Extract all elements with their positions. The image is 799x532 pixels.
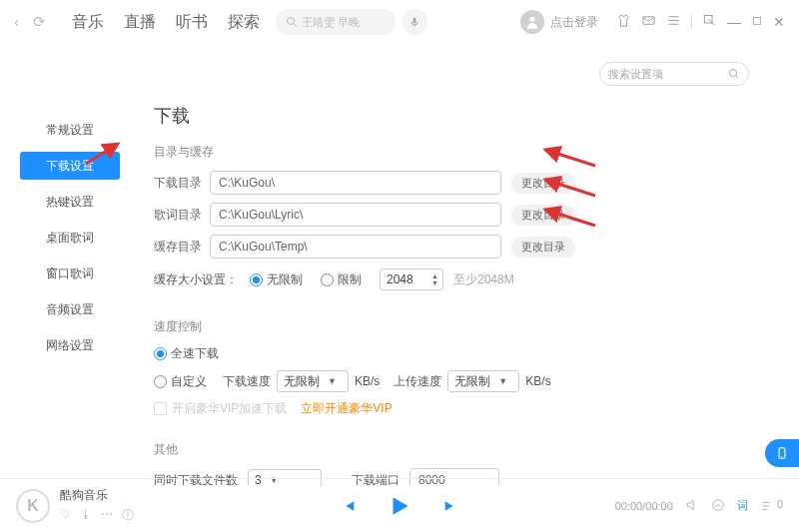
search-input[interactable]: 王靖雯 早晚 (276, 9, 396, 35)
speed-full-row: 全速下载 (154, 345, 779, 362)
track-info: 酷狗音乐 ♡ ⭳ ⋯ ⓘ (60, 487, 134, 524)
download-dir-row: 下载目录 C:\KuGou\ 更改目录 (154, 171, 779, 195)
effects-icon[interactable] (711, 498, 725, 514)
custom-speed-radio[interactable] (154, 375, 167, 388)
svg-point-3 (529, 17, 534, 22)
main-area: 常规设置 下载设置 热键设置 桌面歌词 窗口歌词 音频设置 网络设置 下载 目录… (0, 86, 799, 485)
window-controls: — ✕ (616, 13, 785, 31)
svg-point-0 (288, 18, 295, 25)
play-icon[interactable] (387, 493, 412, 519)
change-download-dir-button[interactable]: 更改目录 (511, 173, 575, 194)
change-lyric-dir-button[interactable]: 更改目录 (511, 205, 575, 226)
cache-unlimited-label: 无限制 (267, 271, 303, 288)
cache-size-row: 缓存大小设置： 无限制 限制 2048 ▲▼ 至少2048M (154, 268, 779, 290)
svg-rect-6 (754, 18, 761, 25)
refresh-icon[interactable]: ⟳ (33, 13, 46, 31)
dl-speed-select[interactable]: 无限制▼ (277, 370, 349, 392)
change-cache-dir-button[interactable]: 更改目录 (511, 237, 575, 258)
sidebar-item-download[interactable]: 下载设置 (20, 152, 120, 180)
player-controls (341, 493, 458, 519)
svg-point-14 (781, 456, 782, 457)
section-speed-title: 速度控制 (154, 318, 779, 335)
menu-icon[interactable] (666, 13, 681, 31)
dl-speed-value: 无限制 (284, 373, 320, 390)
phone-icon (775, 446, 789, 460)
volume-icon[interactable] (685, 498, 699, 514)
spinner-arrows-icon[interactable]: ▲▼ (431, 272, 438, 286)
avatar[interactable] (520, 10, 544, 34)
queue-count: 0 (777, 498, 783, 510)
cache-size-label: 缓存大小设置： (154, 271, 238, 288)
vip-text: 开启豪华VIP加速下载 (172, 400, 287, 417)
mic-icon (408, 16, 420, 28)
float-phone-button[interactable] (765, 439, 799, 467)
settings-content: 下载 目录与缓存 下载目录 C:\KuGou\ 更改目录 歌词目录 C:\KuG… (120, 86, 779, 485)
svg-line-8 (736, 76, 739, 79)
like-icon[interactable]: ♡ (60, 507, 71, 524)
topbar: ‹ ⟳ 音乐 直播 听书 探索 王靖雯 早晚 点击登录 — ✕ (0, 0, 799, 44)
more-icon[interactable]: ⋯ (101, 507, 113, 524)
login-link[interactable]: 点击登录 (550, 14, 598, 31)
settings-search-input[interactable]: 搜索设置项 (599, 62, 749, 86)
speed-custom-row: 自定义 下载速度 无限制▼ KB/s 上传速度 无限制▼ KB/s (154, 370, 779, 392)
next-icon[interactable] (442, 498, 458, 514)
tab-explore[interactable]: 探索 (228, 12, 260, 33)
player-bar: K 酷狗音乐 ♡ ⭳ ⋯ ⓘ 00:00/00:00 词 0 (0, 478, 799, 532)
divider (691, 15, 692, 29)
sidebar-item-window-lyrics[interactable]: 窗口歌词 (20, 260, 120, 287)
close-icon[interactable]: ✕ (773, 14, 785, 30)
cache-dir-label: 缓存目录 (154, 239, 210, 256)
lyric-dir-row: 歌词目录 C:\KuGou\Lyric\ 更改目录 (154, 203, 779, 227)
lyric-dir-label: 歌词目录 (154, 207, 210, 224)
album-art[interactable]: K (16, 489, 50, 523)
nav-arrows: ‹ ⟳ (14, 13, 46, 31)
sidebar-item-desktop-lyrics[interactable]: 桌面歌词 (20, 224, 120, 252)
chevron-down-icon: ▼ (498, 376, 507, 386)
cache-limited-radio[interactable] (321, 273, 334, 286)
vip-link[interactable]: 立即开通豪华VIP (301, 400, 392, 417)
sidebar-item-audio[interactable]: 音频设置 (20, 295, 120, 323)
vip-checkbox[interactable] (154, 402, 167, 415)
sidebar-item-general[interactable]: 常规设置 (20, 116, 120, 144)
back-icon[interactable]: ‹ (14, 13, 19, 31)
full-speed-radio[interactable] (154, 347, 167, 360)
search-placeholder: 王靖雯 早晚 (302, 15, 360, 30)
minimize-icon[interactable]: — (727, 14, 741, 30)
section-dir-title: 目录与缓存 (154, 144, 779, 161)
playlist-button[interactable]: 0 (760, 498, 783, 512)
lyric-button[interactable]: 词 (737, 498, 748, 513)
dl-speed-label: 下载速度 (223, 373, 271, 390)
settings-search-placeholder: 搜索设置项 (608, 67, 663, 82)
chevron-down-icon: ▼ (328, 376, 337, 386)
prev-icon[interactable] (341, 498, 357, 514)
ul-speed-unit: KB/s (525, 374, 550, 388)
svg-line-1 (294, 24, 297, 27)
sidebar-item-hotkey[interactable]: 热键设置 (20, 188, 120, 216)
info-icon[interactable]: ⓘ (122, 507, 134, 524)
cache-dir-input[interactable]: C:\KuGou\Temp\ (210, 235, 501, 259)
voice-search-button[interactable] (401, 9, 427, 35)
shirt-icon[interactable] (616, 13, 631, 31)
ul-speed-select[interactable]: 无限制▼ (447, 370, 519, 392)
settings-sidebar: 常规设置 下载设置 热键设置 桌面歌词 窗口歌词 音频设置 网络设置 (20, 86, 120, 485)
lyric-dir-input[interactable]: C:\KuGou\Lyric\ (210, 203, 501, 227)
cache-size-spinner[interactable]: 2048 ▲▼ (380, 268, 443, 290)
settings-search-row: 搜索设置项 (0, 44, 799, 86)
section-other-title: 其他 (154, 441, 779, 458)
download-icon[interactable]: ⭳ (80, 507, 92, 524)
mail-icon[interactable] (641, 13, 656, 31)
cache-unlimited-radio[interactable] (250, 273, 263, 286)
sidebar-item-network[interactable]: 网络设置 (20, 331, 120, 359)
maximize-icon[interactable] (751, 14, 763, 30)
download-dir-label: 下载目录 (154, 175, 210, 192)
svg-rect-2 (413, 18, 416, 24)
user-icon (524, 14, 540, 30)
download-dir-input[interactable]: C:\KuGou\ (210, 171, 501, 195)
full-speed-label: 全速下载 (171, 345, 219, 362)
tab-music[interactable]: 音乐 (72, 12, 104, 33)
mini-mode-icon[interactable] (702, 13, 717, 31)
ul-speed-label: 上传速度 (394, 373, 441, 390)
track-name: 酷狗音乐 (60, 487, 134, 504)
tab-live[interactable]: 直播 (124, 12, 156, 33)
tab-audiobook[interactable]: 听书 (176, 12, 208, 33)
